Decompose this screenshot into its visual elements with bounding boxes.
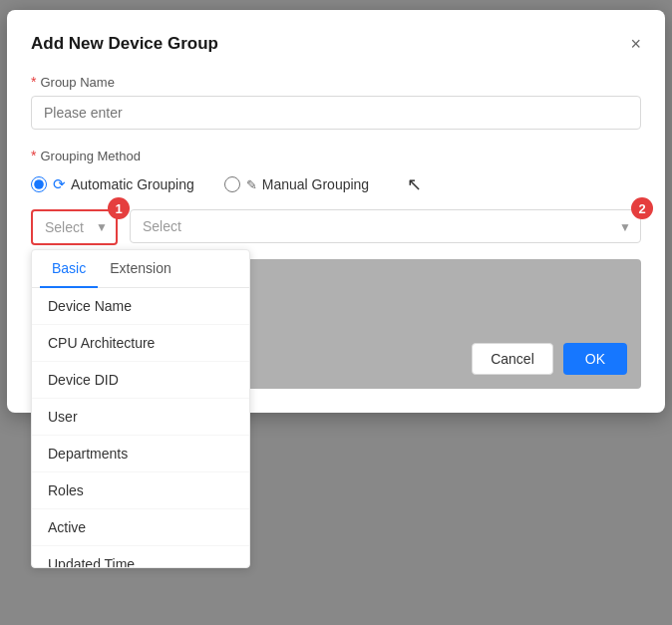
- grouping-method-label: * Grouping Method: [31, 148, 641, 163]
- badge-2: 2: [631, 197, 653, 219]
- modal-title: Add New Device Group: [31, 34, 218, 54]
- dropdown-tabs: Basic Extension: [32, 250, 249, 288]
- tab-extension[interactable]: Extension: [98, 250, 182, 288]
- list-item[interactable]: Updated Time: [32, 546, 249, 567]
- list-item[interactable]: Departments: [32, 436, 249, 472]
- required-star-2: *: [31, 148, 36, 163]
- selects-row: Select ▼ 1 Basic Extension: [31, 209, 641, 245]
- required-star-1: *: [31, 74, 36, 90]
- group-name-label: * Group Name: [31, 74, 641, 90]
- ok-button[interactable]: OK: [563, 343, 627, 375]
- list-item[interactable]: Active: [32, 509, 249, 546]
- modal-overlay: Add New Device Group × * Group Name * Gr…: [0, 0, 672, 625]
- cursor-icon: ↖: [407, 173, 422, 195]
- dropdown-panel: Basic Extension Device Name CPU Architec…: [31, 249, 250, 568]
- list-item[interactable]: Device DID: [32, 362, 249, 399]
- grouping-method-section: * Grouping Method ⟳ Automatic Grouping ✎: [31, 148, 641, 245]
- auto-grouping-option[interactable]: ⟳ Automatic Grouping: [31, 175, 194, 193]
- cancel-button[interactable]: Cancel: [472, 343, 553, 375]
- manual-grouping-label: Manual Grouping: [262, 176, 369, 192]
- close-button[interactable]: ×: [630, 35, 641, 53]
- select1-highlight: Select: [31, 209, 118, 245]
- list-item[interactable]: User: [32, 399, 249, 436]
- modal-header: Add New Device Group ×: [31, 34, 641, 54]
- badge1-container: 1: [108, 197, 130, 219]
- select2-container: Select ▼ 2: [130, 209, 641, 245]
- auto-grouping-label: Automatic Grouping: [71, 176, 194, 192]
- select1[interactable]: Select: [33, 211, 116, 243]
- tab-basic[interactable]: Basic: [40, 250, 98, 288]
- auto-grouping-radio[interactable]: [31, 176, 47, 192]
- list-item[interactable]: CPU Architecture: [32, 325, 249, 362]
- dropdown-list: Device Name CPU Architecture Device DID …: [32, 288, 249, 567]
- manual-grouping-option[interactable]: ✎ Manual Grouping: [224, 176, 369, 192]
- select2[interactable]: Select: [130, 209, 641, 243]
- list-item[interactable]: Roles: [32, 472, 249, 509]
- badge2-container: 2: [631, 197, 653, 219]
- modal-dialog: Add New Device Group × * Group Name * Gr…: [7, 10, 665, 413]
- group-name-input[interactable]: [31, 96, 641, 130]
- badge-1: 1: [108, 197, 130, 219]
- sync-icon: ⟳: [53, 175, 66, 193]
- modal-footer: Cancel OK: [472, 343, 627, 375]
- radio-group: ⟳ Automatic Grouping ✎ Manual Grouping ↖: [31, 173, 641, 195]
- list-item[interactable]: Device Name: [32, 288, 249, 325]
- manual-grouping-radio[interactable]: [224, 176, 240, 192]
- edit-icon: ✎: [246, 177, 257, 192]
- select1-container: Select ▼ 1 Basic Extension: [31, 209, 118, 245]
